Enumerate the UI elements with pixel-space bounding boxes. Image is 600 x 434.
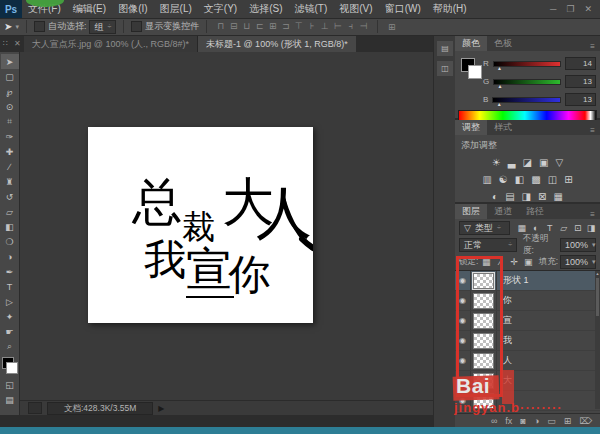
eraser-tool[interactable]: ▱: [1, 204, 19, 219]
close-icon[interactable]: ✕: [584, 4, 592, 14]
new-layer-icon[interactable]: ⊞: [564, 416, 572, 426]
quick-mask-icon[interactable]: ◱: [1, 377, 19, 392]
document-tab[interactable]: 大人宣点乐.jpg @ 100% (人., RGB/8#)*: [24, 36, 198, 52]
red-slider-track[interactable]: ▲: [493, 61, 561, 67]
blue-value[interactable]: 13: [565, 93, 596, 106]
filter-type-layers-icon[interactable]: T: [544, 223, 556, 233]
auto-select-dropdown[interactable]: 组 ÷: [89, 20, 116, 34]
shape-tool[interactable]: ✦: [1, 309, 19, 324]
delete-layer-icon[interactable]: ⌦: [579, 416, 592, 426]
move-tool-preset-icon[interactable]: ➤: [4, 21, 12, 32]
filter-kind-dropdown[interactable]: ▽ 类型 ÷: [459, 221, 510, 235]
status-expand-icon[interactable]: ▶: [158, 404, 164, 413]
menu-item[interactable]: 窗口(W): [379, 0, 427, 18]
fill-dropdown[interactable]: 100% ▾: [560, 255, 596, 269]
background-color-swatch[interactable]: [468, 65, 482, 79]
adjustment-layer-icon[interactable]: ◑: [534, 416, 539, 426]
healing-brush-tool[interactable]: ✚: [1, 144, 19, 159]
color-lookup-icon[interactable]: ⊞: [564, 174, 572, 185]
canvas-area[interactable]: 总裁大人我宣你: [20, 52, 433, 400]
gradient-tool[interactable]: ◧: [1, 219, 19, 234]
align-vertical-centers-icon[interactable]: ⊟: [227, 21, 240, 32]
marquee-tool[interactable]: ▢: [1, 69, 19, 84]
photo-filter-icon[interactable]: ▩: [531, 174, 540, 185]
filter-toggle-icon[interactable]: ◨: [586, 223, 596, 233]
crop-tool[interactable]: ⌗: [1, 114, 19, 129]
auto-select-checkbox[interactable]: [34, 21, 45, 32]
filter-shape-layers-icon[interactable]: ▱: [558, 223, 570, 233]
tab-scroll-icon[interactable]: ∷: [0, 36, 11, 52]
distribute-bottom-edges-icon[interactable]: ⊥: [318, 21, 331, 32]
filter-smart-objects-icon[interactable]: ⊡: [572, 223, 584, 233]
history-panel-icon[interactable]: ▤: [437, 41, 453, 56]
quick-selection-tool[interactable]: ⊙: [1, 99, 19, 114]
black-white-icon[interactable]: ◧: [515, 174, 524, 185]
distribute-top-edges-icon[interactable]: ⊤: [292, 21, 305, 32]
blue-slider-track[interactable]: ▲: [492, 97, 561, 103]
distribute-right-edges-icon[interactable]: ⊣: [357, 21, 370, 32]
vibrance-icon[interactable]: ▽: [555, 157, 563, 168]
blue-slider[interactable]: B ▲ 13: [483, 93, 596, 106]
layer-effects-icon[interactable]: fx: [505, 416, 512, 426]
align-left-edges-icon[interactable]: ⊏: [253, 21, 266, 32]
menu-item[interactable]: 图像(I): [112, 0, 153, 18]
menu-item[interactable]: 编辑(E): [67, 0, 112, 18]
menu-item[interactable]: 图层(L): [154, 0, 198, 18]
panel-menu-icon[interactable]: ≡: [590, 42, 600, 51]
zoom-level-box[interactable]: [28, 402, 42, 414]
posterize-icon[interactable]: ▤: [505, 191, 514, 202]
layer-group-icon[interactable]: ▭: [547, 416, 556, 426]
menu-item[interactable]: 滤镜(T): [289, 0, 334, 18]
restore-icon[interactable]: ❐: [566, 4, 574, 14]
layer-list-scrollbar[interactable]: ▲: [595, 271, 600, 409]
panel-menu-icon[interactable]: ≡: [590, 210, 600, 219]
path-selection-tool[interactable]: ▷: [1, 294, 19, 309]
red-slider[interactable]: R ▲ 14: [483, 57, 596, 70]
exposure-icon[interactable]: ▣: [539, 157, 548, 168]
move-tool[interactable]: ➤: [1, 54, 19, 69]
color-balance-icon[interactable]: ☯: [499, 174, 508, 185]
menu-item[interactable]: 文字(Y): [198, 0, 243, 18]
gradient-map-icon[interactable]: ▦: [553, 191, 562, 202]
opacity-dropdown[interactable]: 100% ▾: [560, 238, 596, 252]
minimize-icon[interactable]: ─: [550, 4, 556, 14]
clone-stamp-tool[interactable]: ♜: [1, 174, 19, 189]
panel-tab[interactable]: 颜色: [455, 36, 487, 51]
green-slider-track[interactable]: ▲: [493, 79, 561, 85]
show-transform-checkbox[interactable]: [131, 21, 142, 32]
scrollbar-thumb[interactable]: [596, 278, 599, 316]
hue-saturation-icon[interactable]: ▥: [482, 174, 491, 185]
curves-icon[interactable]: ◪: [523, 157, 532, 168]
panel-tab[interactable]: 色板: [487, 36, 519, 51]
green-slider[interactable]: G ▲ 13: [483, 75, 596, 88]
distribute-vertical-centers-icon[interactable]: ⊦: [305, 21, 318, 32]
lock-all-icon[interactable]: ▣: [522, 257, 534, 267]
type-tool[interactable]: T: [1, 279, 19, 294]
align-bottom-edges-icon[interactable]: ⊔: [240, 21, 253, 32]
align-top-edges-icon[interactable]: ⊓: [214, 21, 227, 32]
distribute-horizontal-centers-icon[interactable]: ⫞: [344, 21, 357, 32]
color-swatches[interactable]: [2, 357, 18, 374]
slider-marker[interactable]: ▲: [498, 83, 503, 89]
channel-mixer-icon[interactable]: ◫: [548, 174, 557, 185]
selective-color-icon[interactable]: ⊠: [538, 191, 546, 202]
document-canvas[interactable]: 总裁大人我宣你: [88, 127, 313, 323]
layer-mask-icon[interactable]: ◙: [520, 416, 525, 426]
chevron-down-icon[interactable]: ▾: [15, 23, 19, 31]
filter-adjustment-layers-icon[interactable]: ◐: [530, 223, 542, 233]
tab-close-icon[interactable]: ✕: [11, 36, 24, 52]
align-horizontal-centers-icon[interactable]: ⊞: [266, 21, 279, 32]
panel-color-swatches[interactable]: [459, 57, 483, 83]
screen-mode-icon[interactable]: ▤: [1, 392, 19, 407]
brush-tool[interactable]: ∕: [1, 159, 19, 174]
dodge-tool[interactable]: ◑: [1, 249, 19, 264]
green-value[interactable]: 13: [565, 75, 596, 88]
panel-tab[interactable]: 图层: [455, 204, 487, 219]
distribute-left-edges-icon[interactable]: ⊢: [331, 21, 344, 32]
history-brush-tool[interactable]: ↺: [1, 189, 19, 204]
arrange-icon[interactable]: ⊞: [385, 22, 398, 32]
lock-position-icon[interactable]: ✛: [508, 257, 520, 267]
red-value[interactable]: 14: [565, 57, 596, 70]
eyedropper-tool[interactable]: ✑: [1, 129, 19, 144]
scroll-up-icon[interactable]: ▲: [595, 271, 600, 276]
